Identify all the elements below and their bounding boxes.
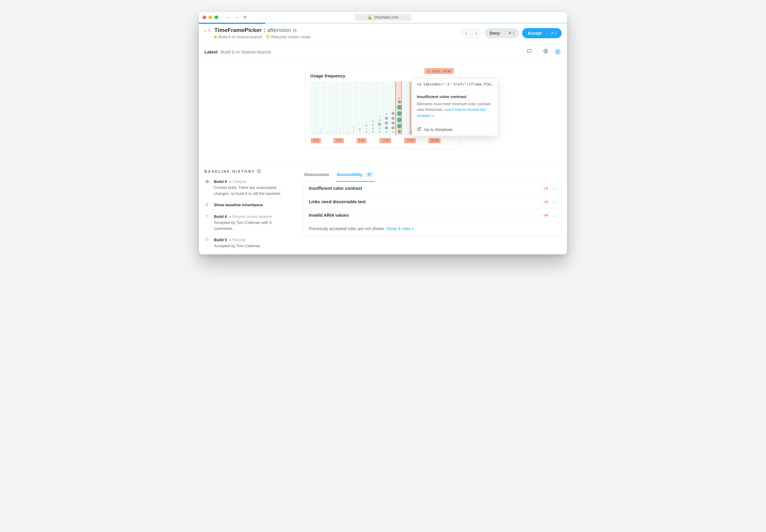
baseline-heading: BASELINE HISTORY ⓘ	[205, 169, 291, 174]
chevron-left-icon: ‹	[205, 28, 206, 33]
violation-title: Insufficient color contrast	[417, 94, 493, 99]
baseline-item[interactable]: ▣ Build 9 ● 105xyzwCurrent build. There …	[205, 179, 291, 197]
axis-tick: 20:00	[428, 138, 440, 143]
back-icon[interactable]: ←	[226, 15, 231, 20]
axis-tick: 0:00	[311, 138, 321, 143]
show-hidden-rules-link[interactable]: Show 3 rules »	[386, 226, 414, 231]
clock-icon: ◷	[427, 69, 430, 73]
tab-discussions[interactable]: Discussions	[304, 169, 329, 181]
deny-batch-icon[interactable]: ✕⋮	[504, 31, 519, 35]
tab-accessibility[interactable]: Accessibility 17	[337, 169, 374, 181]
violation-count-badge: 17	[365, 172, 374, 177]
axis-tick: 8:00	[357, 138, 367, 143]
window-controls	[203, 16, 218, 19]
previously-accepted: Previously accepted rules are not shown.…	[303, 222, 561, 235]
violation-row[interactable]: Links need discernable text +5⌄	[303, 195, 561, 208]
deny-button[interactable]: Deny ✕⋮	[485, 28, 519, 38]
go-to-storybook[interactable]: Go to Storybook	[412, 123, 498, 136]
browser-mode-icon[interactable]	[543, 48, 548, 55]
build-chip: Build 9 on feature-branch	[214, 35, 262, 39]
svg-rect-3	[527, 49, 531, 52]
close-window[interactable]	[203, 16, 206, 19]
component-name: TimeFramePicker	[214, 27, 262, 33]
axis-tick: 4:00	[334, 138, 344, 143]
violation-popover: <a tabindex="-1" href="/iframe.htm... In…	[412, 78, 498, 136]
commit-node-icon: ⊙	[205, 237, 210, 249]
info-badge-icon[interactable]: ⊖	[293, 27, 297, 33]
accessibility-toggle[interactable]	[554, 48, 561, 56]
violation-row[interactable]: Invalid ARIA values +9⌄	[303, 208, 561, 222]
baseline-item[interactable]: ⊙ Build 6 ● 65xyzwf current baselineAcce…	[205, 214, 291, 232]
divider	[537, 49, 538, 55]
violation-row[interactable]: Insufficient color contrast +3⌄	[303, 182, 561, 195]
commit-node-icon: ⊙	[205, 214, 210, 232]
time-selection[interactable]: ║	[395, 82, 402, 135]
inheritance-icon: ⇵	[205, 202, 210, 208]
back-to-list[interactable]: ‹	[205, 28, 211, 33]
panel-tabs: Discussions Accessibility 17	[303, 169, 561, 182]
violation-description: Elements must meet minimum color contras…	[417, 101, 493, 119]
baseline-item[interactable]: ⊙ Build 5 ● 55xyzwfAccepted by Tom Colem…	[205, 237, 291, 249]
title-separator: :	[263, 27, 265, 33]
selected-time-chip: ◷ 13:30 - 14:30	[425, 68, 454, 74]
axis-tick: 16:00	[404, 138, 416, 143]
page-header: ‹ TimeFramePicker : afternoon ⊖ Build 9 …	[199, 24, 567, 43]
chart-title: Usage frequency	[310, 74, 456, 78]
accept-batch-icon[interactable]: ✓⋮	[547, 31, 561, 35]
comments-icon[interactable]	[526, 48, 532, 55]
element-selector[interactable]: <a tabindex="-1" href="/iframe.htm...	[412, 79, 498, 90]
help-icon[interactable]: ⓘ	[257, 169, 261, 174]
zoom-window[interactable]	[215, 16, 218, 19]
chevron-down-icon: ⌄	[553, 213, 556, 218]
next-story[interactable]: ›	[471, 28, 481, 38]
snapshot-subheader: Latest Build 9 on feature-branch	[199, 43, 567, 60]
list-icon	[208, 28, 211, 33]
latest-label: Latest	[205, 49, 218, 54]
story-name: afternoon	[267, 27, 291, 33]
mode-chip: Reduced motion mode	[266, 35, 310, 39]
address-bar[interactable]: 🔒 chromatic.com	[355, 14, 411, 21]
drag-handle-icon[interactable]: ║	[397, 130, 399, 134]
latest-build: Build 9 on feature-branch	[221, 49, 271, 54]
lower-area: BASELINE HISTORY ⓘ ▣ Build 9 ● 105xyzwCu…	[199, 161, 567, 254]
browser-titlebar: ← → ⟳ 🔒 chromatic.com	[199, 12, 567, 23]
chart-axis: 0:00 4:00 8:00 12:00 16:00 20:00	[310, 138, 456, 143]
component-preview: Usage frequency ◷ 13:30 - 14:30	[305, 69, 461, 149]
lock-icon: 🔒	[367, 15, 372, 19]
chevron-down-icon: ⌄	[553, 200, 556, 204]
axis-tick: 12:00	[379, 138, 391, 143]
external-link-icon	[417, 127, 421, 132]
commit-icon: ▣	[205, 179, 210, 197]
svg-point-6	[557, 51, 558, 51]
snapshot-canvas: Usage frequency ◷ 13:30 - 14:30	[199, 60, 567, 161]
violations-panel: Discussions Accessibility 17 Insufficien…	[303, 169, 561, 254]
page-title: TimeFramePicker : afternoon ⊖	[214, 27, 310, 33]
browser-nav: ← → ⟳	[226, 15, 247, 20]
accept-button[interactable]: Accept ✓⋮	[522, 28, 561, 38]
minimize-window[interactable]	[209, 16, 212, 19]
story-pager: ‹ ›	[461, 28, 482, 38]
chevron-down-icon: ⌄	[553, 186, 556, 191]
reload-icon[interactable]: ⟳	[243, 15, 247, 20]
baseline-inheritance-toggle[interactable]: ⇵ Show baseline inheritance	[205, 202, 291, 208]
forward-icon[interactable]: →	[235, 15, 239, 20]
loading-progress	[199, 23, 567, 24]
baseline-sidebar: BASELINE HISTORY ⓘ ▣ Build 9 ● 105xyzwCu…	[205, 169, 291, 254]
app-window: ← → ⟳ 🔒 chromatic.com ‹ TimeFramePicker …	[199, 12, 567, 254]
url-text: chromatic.com	[374, 15, 398, 19]
prev-story[interactable]: ‹	[461, 28, 471, 38]
